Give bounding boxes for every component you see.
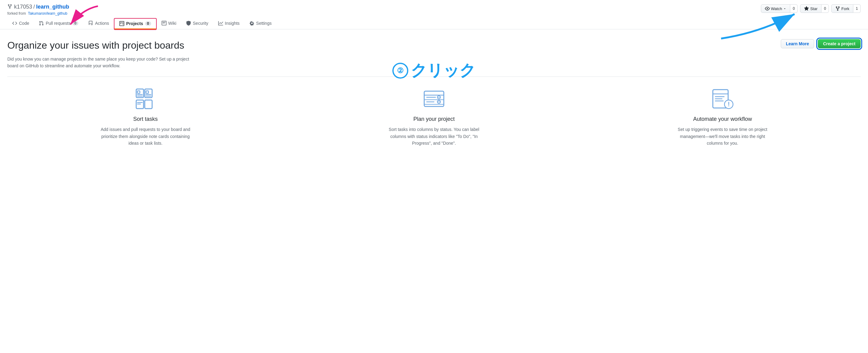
tab-pull-requests-label: Pull requests	[45, 21, 70, 26]
plan-project-icon	[422, 87, 446, 111]
create-project-button[interactable]: Create a project	[818, 39, 861, 48]
fork-group: Fork 1	[831, 4, 861, 13]
svg-point-31	[728, 105, 729, 106]
watch-label: Watch	[771, 6, 782, 11]
tab-projects-label: Projects	[126, 21, 143, 26]
tab-code[interactable]: Code	[7, 18, 34, 29]
tab-code-label: Code	[19, 21, 29, 26]
page-title: Organize your issues with project boards	[7, 39, 771, 52]
feature-sort-tasks-desc: Add issues and pull requests to your boa…	[96, 126, 194, 147]
tab-settings[interactable]: Settings	[245, 18, 277, 29]
feature-plan-project-desc: Sort tasks into columns by status. You c…	[385, 126, 483, 147]
tab-insights-label: Insights	[225, 21, 240, 26]
svg-rect-3	[137, 91, 140, 93]
tab-wiki-label: Wiki	[168, 21, 176, 26]
automate-workflow-icon	[710, 87, 735, 111]
tab-projects-badge: 0	[145, 22, 151, 26]
feature-sort-tasks: Sort tasks Add issues and pull requests …	[7, 87, 284, 147]
projects-tab-wrapper: Projects 0	[114, 18, 156, 30]
tab-wiki[interactable]: Wiki	[157, 18, 181, 29]
watch-count[interactable]: 0	[790, 4, 798, 13]
tab-security-label: Security	[193, 21, 209, 26]
repo-actions: Watch 0 Star 0	[761, 4, 861, 13]
forked-from-link[interactable]: Takumaron/learn_github	[28, 11, 67, 15]
feature-sort-tasks-title: Sort tasks	[133, 116, 158, 122]
svg-rect-11	[145, 100, 152, 108]
watch-button[interactable]: Watch	[761, 4, 790, 13]
star-button[interactable]: Star	[800, 4, 822, 13]
sort-tasks-icon	[133, 87, 158, 111]
tab-pull-requests[interactable]: Pull requests 0	[34, 18, 83, 29]
fork-count[interactable]: 1	[853, 4, 861, 13]
repo-icon	[7, 4, 12, 10]
svg-rect-7	[146, 91, 149, 93]
main-content: Organize your issues with project boards…	[0, 29, 868, 157]
tab-actions[interactable]: Actions	[83, 18, 114, 29]
tab-security[interactable]: Security	[181, 18, 213, 29]
feature-plan-project: Plan your project Sort tasks into column…	[296, 87, 572, 147]
learn-more-button[interactable]: Learn More	[781, 39, 814, 48]
star-count[interactable]: 0	[822, 4, 829, 13]
nav-tabs: Code Pull requests 0 Actions	[7, 18, 861, 29]
feature-automate-title: Automate your workflow	[693, 116, 752, 122]
star-group: Star 0	[800, 4, 829, 13]
watch-group: Watch 0	[761, 4, 798, 13]
fork-label: Fork	[841, 6, 849, 11]
tab-insights[interactable]: Insights	[213, 18, 245, 29]
content-divider	[7, 76, 861, 77]
feature-plan-project-title: Plan your project	[413, 116, 455, 122]
forked-from-text: forked from	[7, 11, 26, 15]
repo-name-link[interactable]: learn_github	[36, 4, 69, 10]
star-label: Star	[810, 6, 817, 11]
fork-button[interactable]: Fork	[831, 4, 853, 13]
tab-actions-label: Actions	[95, 21, 109, 26]
page-description: Did you know you can manage projects in …	[7, 56, 191, 69]
tab-projects[interactable]: Projects 0	[115, 19, 156, 29]
repo-owner-link[interactable]: k17053	[14, 4, 32, 10]
repo-separator: /	[33, 4, 35, 10]
feature-automate-desc: Set up triggering events to save time on…	[674, 126, 772, 147]
feature-automate-workflow: Automate your workflow Set up triggering…	[584, 87, 861, 147]
tab-pull-requests-badge: 0	[72, 21, 79, 25]
features-grid: Sort tasks Add issues and pull requests …	[7, 87, 861, 147]
tab-settings-label: Settings	[256, 21, 272, 26]
